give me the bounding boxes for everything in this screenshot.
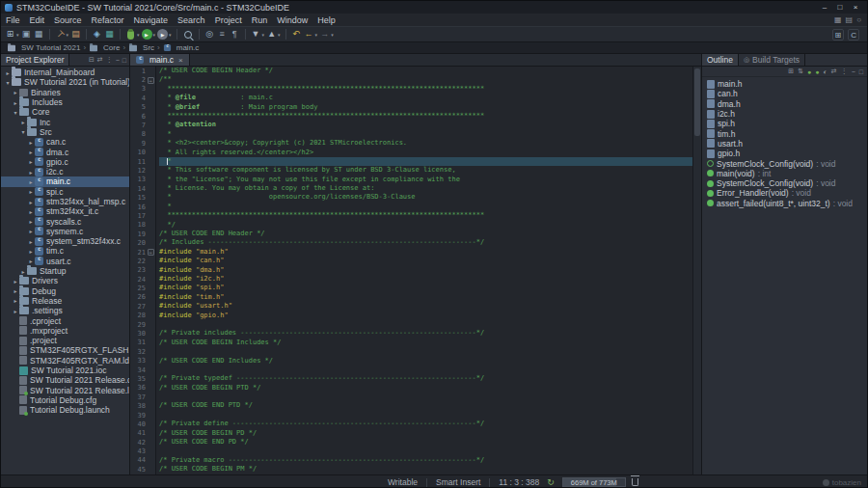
code-line[interactable]: ****************************************…	[159, 112, 692, 121]
outline-item-main-h[interactable]: main.h	[702, 79, 867, 89]
breadcrumb-item[interactable]: main.c	[163, 43, 200, 52]
line-number[interactable]: 40	[131, 420, 146, 428]
build-icon[interactable]: ⊤▾	[55, 28, 69, 41]
gutter-line[interactable]: 5	[130, 103, 155, 112]
code-line[interactable]	[159, 347, 692, 356]
tree-arrow-icon[interactable]: ▾	[4, 79, 12, 86]
line-number[interactable]: 10	[131, 149, 146, 156]
open-element-icon[interactable]: ◎	[204, 28, 215, 41]
expand-all-icon[interactable]: ⊞	[788, 68, 794, 75]
code-line[interactable]: /* Private define ----------------------…	[159, 420, 692, 428]
tree-arrow-icon[interactable]: ▸	[12, 89, 19, 95]
back-icon[interactable]: ←▾	[304, 28, 318, 41]
tree-arrow-icon[interactable]: ▸	[27, 169, 35, 176]
collapse-all-icon[interactable]: ⊟	[89, 56, 95, 64]
line-number[interactable]: 21	[131, 249, 146, 257]
gutter-line[interactable]: 7	[130, 121, 155, 129]
gutter-line[interactable]: 6	[130, 112, 155, 121]
gutter-line[interactable]: 17	[130, 211, 155, 220]
code-line[interactable]: * @brief : Main program body	[159, 103, 692, 112]
close-button[interactable]: ×	[848, 3, 863, 12]
code-line[interactable]: * @file : main.c	[159, 94, 692, 102]
maximize-button[interactable]: □	[832, 3, 848, 12]
menu-file[interactable]: File	[1, 15, 25, 25]
line-number[interactable]: 5	[131, 103, 146, 111]
code-line[interactable]: #include "spi.h"	[159, 284, 692, 292]
gutter-line[interactable]: 24	[130, 275, 155, 284]
code-line[interactable]: /* Private typedef ---------------------…	[159, 374, 692, 383]
debug-icon[interactable]: ▾	[125, 28, 140, 41]
line-number[interactable]: 20	[131, 239, 146, 247]
code-line[interactable]: #include "tim.h"	[159, 293, 692, 302]
gutter-line[interactable]: 34	[130, 366, 155, 374]
outline-item-can-h[interactable]: can.h	[702, 89, 867, 98]
tree-item--mxproject[interactable]: .mxproject	[1, 326, 129, 336]
tree-item-stm32f4xx-hal-msp-c[interactable]: ▸stm32f4xx_hal_msp.c	[1, 197, 129, 206]
line-number[interactable]: 3	[131, 85, 146, 93]
code-line[interactable]	[159, 393, 692, 401]
tab-project-explorer[interactable]: Project Explorer	[1, 54, 69, 66]
line-number[interactable]: 18	[131, 221, 146, 229]
gutter-line[interactable]: 22	[130, 257, 155, 265]
code-line[interactable]: /* Includes ----------------------------…	[159, 238, 692, 247]
fold-collapse-icon[interactable]: −	[148, 77, 154, 84]
view-menu-icon[interactable]: ⋮	[106, 56, 113, 64]
code-line[interactable]: #include "usart.h"	[159, 302, 692, 311]
tab-outline[interactable]: Outline	[702, 54, 739, 66]
menu-edit[interactable]: Edit	[25, 15, 50, 25]
code-line[interactable]: /* Private macro -----------------------…	[159, 456, 692, 465]
line-number[interactable]: 13	[131, 176, 146, 183]
gutter-line[interactable]: 38	[130, 401, 155, 410]
outline-item-assert-failed-uint8-t-uint32-t-[interactable]: assert_failed(uint8_t*, uint32_t) : void	[702, 199, 867, 208]
code-line[interactable]: * This software component is licensed by…	[159, 166, 692, 175]
editor-scrollbar[interactable]	[692, 67, 701, 474]
tree-arrow-icon[interactable]: ▾	[12, 109, 19, 116]
line-number[interactable]: 9	[131, 140, 146, 148]
tree-arrow-icon[interactable]: ▸	[12, 308, 19, 314]
link-with-editor-icon[interactable]: ⇄	[831, 68, 837, 75]
code-line[interactable]: /* USER CODE BEGIN Includes */	[159, 339, 692, 347]
window-layout-icon[interactable]: ▦	[834, 15, 842, 24]
gutter-line[interactable]: 31	[130, 339, 155, 347]
line-number[interactable]: 6	[131, 113, 146, 121]
tree-arrow-icon[interactable]: ▸	[27, 208, 35, 215]
code-line[interactable]: #include "can.h"	[159, 257, 692, 265]
tree-item-dma-c[interactable]: ▸dma.c	[1, 147, 129, 156]
tree-item--cproject[interactable]: .cproject	[1, 315, 129, 325]
code-line[interactable]: * @attention	[159, 121, 692, 129]
toggle-mark-occurrences-icon[interactable]: ≡	[217, 28, 228, 41]
search-icon[interactable]	[182, 28, 194, 41]
tab-close-icon[interactable]: ×	[178, 56, 183, 65]
scrollbar-thumb[interactable]	[694, 68, 700, 136]
code-line[interactable]: /* USER CODE END Header */	[159, 230, 692, 238]
gutter-line[interactable]: 11	[130, 157, 155, 166]
line-number[interactable]: 32	[131, 348, 146, 356]
code-line[interactable]: * the "License"; You may not use this fi…	[159, 176, 692, 184]
tree-arrow-icon[interactable]: ▸	[12, 278, 19, 285]
line-number[interactable]: 29	[131, 321, 146, 329]
line-number[interactable]: 39	[131, 412, 146, 420]
tree-item-usart-c[interactable]: ▸usart.c	[1, 257, 129, 266]
line-number[interactable]: 15	[131, 194, 146, 202]
line-number[interactable]: 45	[131, 466, 146, 474]
gutter-line[interactable]: 41	[130, 429, 155, 438]
previous-annotation-icon[interactable]: ▲▾	[266, 28, 281, 41]
code-line[interactable]: *	[159, 157, 692, 166]
breadcrumb-item[interactable]: SW Tutorial 2021	[7, 43, 80, 52]
gutter-line[interactable]: 10	[130, 149, 155, 157]
gutter-line[interactable]: 40	[130, 420, 155, 428]
tree-item-syscalls-c[interactable]: ▸syscalls.c	[1, 216, 129, 226]
tree-item-stm32f4xx-it-c[interactable]: ▸stm32f4xx_it.c	[1, 206, 129, 216]
tree-item-sw-tutorial-2021-release-cfg[interactable]: SW Tutorial 2021 Release.cfg	[1, 375, 129, 385]
tree-arrow-icon[interactable]: ▸	[27, 188, 35, 195]
tree-item-sw-tutorial-2021-ioc[interactable]: SW Tutorial 2021.ioc	[1, 366, 129, 375]
tree-item--project[interactable]: .project	[1, 336, 129, 345]
line-number[interactable]: 1	[131, 68, 146, 75]
link-with-editor-icon[interactable]: ⇄	[97, 56, 103, 64]
code-area[interactable]: /* USER CODE BEGIN Header *//** ********…	[156, 67, 692, 474]
maximize-view-icon[interactable]: □	[859, 68, 863, 75]
line-number[interactable]: 24	[131, 276, 146, 284]
tree-item-i2c-c[interactable]: ▸i2c.c	[1, 167, 129, 176]
tree-item-gpio-c[interactable]: ▸gpio.c	[1, 157, 129, 167]
tree-arrow-icon[interactable]: ▸	[27, 199, 35, 205]
